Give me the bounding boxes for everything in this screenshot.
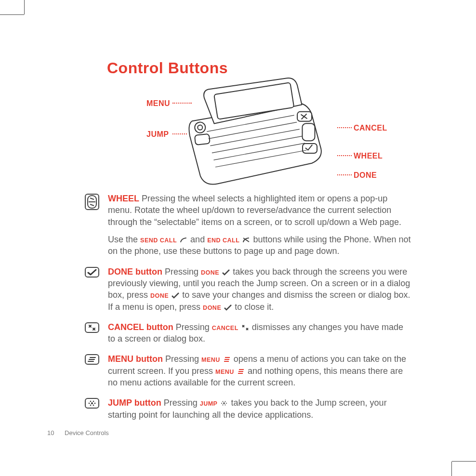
wheel-p1: WHEEL Pressing the wheel selects a highl…: [108, 193, 412, 228]
svg-point-38: [89, 403, 90, 404]
svg-point-2: [198, 125, 203, 130]
crop-mark: [451, 462, 452, 476]
end-call-label: END CALL: [207, 237, 239, 244]
svg-point-37: [91, 402, 93, 404]
entry-done: DONE button Pressing DONE takes you back…: [85, 266, 412, 313]
text: Pressing: [162, 267, 201, 277]
crop-mark: [0, 14, 24, 15]
svg-point-40: [90, 401, 92, 402]
done-inline-icon: [222, 267, 230, 274]
page-title: Control Buttons: [107, 58, 452, 79]
done-kw: DONE: [203, 304, 221, 311]
label-jump: JUMP: [146, 129, 169, 140]
label-done: DONE: [354, 170, 377, 181]
svg-point-44: [224, 403, 225, 405]
svg-point-43: [93, 405, 94, 406]
menu-kw: MENU: [215, 369, 234, 375]
svg-point-39: [94, 403, 96, 404]
menu-kw: MENU: [201, 357, 220, 363]
entry-wheel: WHEEL Pressing the wheel selects a highl…: [85, 193, 412, 257]
jump-kw: JUMP: [200, 400, 218, 407]
cancel-heading: CANCEL button: [108, 322, 173, 332]
svg-line-17: [90, 198, 94, 199]
menu-inline-icon: [237, 366, 245, 373]
svg-line-18: [90, 204, 94, 206]
page-content: Control Buttons MENU JUMP CANCEL WHEEL D…: [47, 14, 452, 462]
done-icon: [85, 267, 99, 278]
label-wheel: WHEEL: [354, 151, 383, 161]
send-call-label: SEND CALL: [140, 237, 177, 244]
text: Use the: [108, 235, 140, 244]
device-diagram: MENU JUMP CANCEL WHEEL DONE: [107, 83, 452, 187]
svg-point-47: [223, 401, 224, 402]
svg-point-48: [225, 401, 226, 402]
device-illustration: [179, 74, 329, 192]
svg-point-49: [223, 405, 224, 406]
send-call-icon: [179, 235, 188, 241]
cancel-p1: CANCEL button Pressing CANCEL dismisses …: [108, 321, 412, 345]
text: to close it.: [232, 302, 274, 312]
crop-mark: [452, 461, 476, 462]
jump-icon: [85, 398, 99, 409]
done-inline-icon: [224, 302, 232, 309]
svg-rect-3: [195, 134, 210, 145]
crop-mark: [24, 0, 25, 14]
text: Pressing: [173, 322, 212, 332]
svg-point-41: [93, 401, 94, 402]
wheel-heading: WHEEL: [108, 194, 139, 203]
menu-icon: [85, 354, 99, 365]
leader-line: [337, 127, 352, 128]
label-menu: MENU: [146, 98, 170, 109]
jump-heading: JUMP button: [108, 398, 161, 408]
done-inline-icon: [171, 290, 180, 297]
svg-point-46: [226, 403, 227, 404]
leader-line: [337, 155, 352, 156]
footer-section: Device Controls: [65, 429, 109, 436]
done-p1: DONE button Pressing DONE takes you back…: [108, 266, 412, 313]
jump-p1: JUMP button Pressing JUMP takes you back…: [108, 397, 412, 421]
svg-point-45: [221, 403, 222, 404]
cancel-inline-icon: [241, 322, 250, 329]
leader-line: [337, 174, 352, 175]
menu-inline-icon: [223, 354, 231, 361]
page-footer: 10 Device Controls: [47, 429, 109, 437]
menu-p1: MENU button Pressing MENU opens a menu o…: [108, 353, 412, 388]
wheel-icon: [85, 194, 99, 210]
text: Pressing the wheel selects a highlighted…: [108, 194, 401, 227]
text: Pressing: [161, 398, 200, 408]
wheel-p2: Use the SEND CALL and END CALL buttons w…: [108, 234, 412, 257]
svg-point-50: [225, 405, 226, 406]
menu-heading: MENU button: [108, 354, 163, 364]
done-heading: DONE button: [108, 267, 162, 277]
cancel-kw: CANCEL: [212, 325, 238, 331]
entry-cancel: CANCEL button Pressing CANCEL dismisses …: [85, 321, 412, 345]
text: and: [190, 235, 207, 244]
text: Pressing: [163, 354, 201, 364]
button-descriptions: WHEEL Pressing the wheel selects a highl…: [85, 193, 412, 421]
label-cancel: CANCEL: [354, 123, 387, 133]
end-call-icon: [242, 235, 251, 241]
jump-inline-icon: [220, 398, 228, 405]
done-kw: DONE: [201, 269, 219, 276]
entry-menu: MENU button Pressing MENU opens a menu o…: [85, 353, 412, 388]
entry-jump: JUMP button Pressing JUMP takes you back…: [85, 397, 412, 421]
page-number: 10: [47, 429, 54, 436]
svg-rect-5: [302, 123, 315, 141]
done-kw: DONE: [150, 292, 169, 299]
svg-point-42: [90, 405, 92, 406]
cancel-icon: [85, 322, 99, 333]
